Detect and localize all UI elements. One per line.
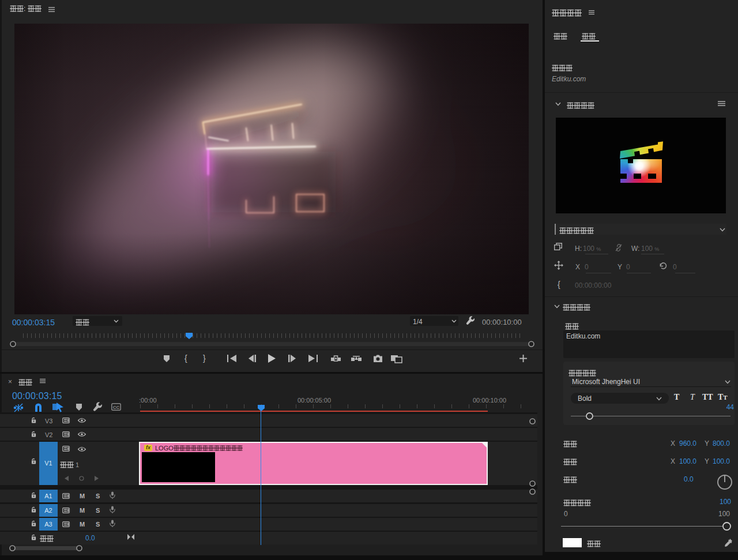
svg-text:CC: CC [113,405,120,410]
